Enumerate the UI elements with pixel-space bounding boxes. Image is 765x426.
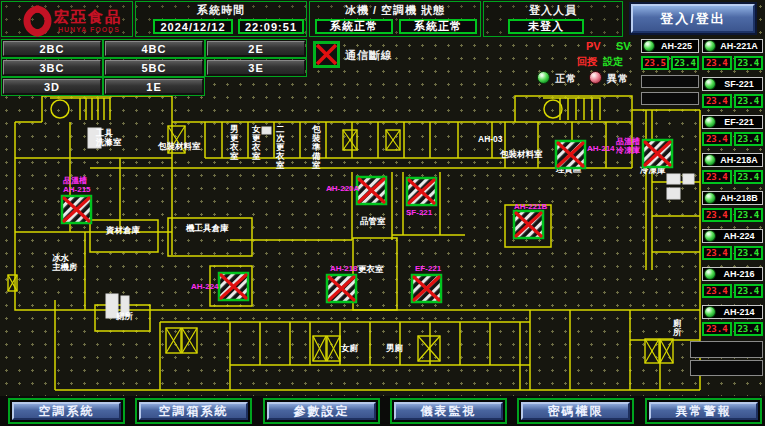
- floor-button-cell: 1E: [103, 77, 205, 96]
- equipment-offline-box[interactable]: AH-218: [327, 264, 358, 302]
- unit-row-AH-216[interactable]: AH-216: [702, 267, 763, 281]
- svg-text:冰水主機房: 冰水主機房: [52, 253, 78, 272]
- floor-button-3E[interactable]: 3E: [207, 60, 305, 75]
- footer-button-3[interactable]: 參數設定: [267, 402, 376, 420]
- svg-text:男更衣室: 男更衣室: [229, 124, 239, 161]
- unit-name-label: AH-214: [716, 307, 762, 317]
- unit-row-EF-221[interactable]: EF-221: [702, 115, 763, 129]
- unit-name-label: AH-224: [716, 231, 762, 241]
- abnormal-led-icon: [589, 71, 602, 84]
- floor-button-3BC[interactable]: 3BC: [3, 60, 101, 75]
- room-label: AH-03: [478, 134, 503, 144]
- login-label: 登入人員: [484, 3, 622, 18]
- stair-icon: [418, 336, 440, 361]
- comm-loss-legend: 通信斷線: [313, 41, 433, 69]
- unit-row-AH-218A[interactable]: AH-218A: [702, 153, 763, 167]
- room-label: 機工具倉庫: [185, 223, 229, 233]
- floor-button-cell: 2E: [205, 39, 307, 58]
- room-label: 包裝材料室: [157, 141, 201, 151]
- footer-button-4[interactable]: 儀表監視: [394, 402, 503, 420]
- unit-normal-led-icon: [704, 192, 716, 204]
- footer-bar: 空調系統空調箱系統參數設定儀表監視密碼權限異常警報: [0, 396, 765, 426]
- room-label: 男廁: [385, 343, 404, 353]
- footer-button-1[interactable]: 空調系統: [12, 402, 121, 420]
- system-date-value: 2024/12/12: [153, 19, 233, 34]
- equipment-label: AH-214: [587, 144, 615, 153]
- unit-row-AH-225[interactable]: AH-225: [641, 39, 699, 53]
- svg-text:更衣室: 更衣室: [358, 264, 384, 274]
- svg-text:資材倉庫: 資材倉庫: [105, 225, 141, 235]
- equipment-offline-box[interactable]: AH-221B: [514, 202, 548, 238]
- stair-icon: [343, 130, 357, 150]
- stair-icon: [386, 130, 400, 150]
- svg-text:二次更衣室: 二次更衣室: [275, 124, 285, 170]
- equipment-offline-box[interactable]: AH-224: [191, 273, 248, 300]
- equipment-label: AH-220A: [326, 184, 360, 193]
- svg-text:包裝準備室: 包裝準備室: [311, 124, 321, 170]
- unit-row-AH-221A[interactable]: AH-221A: [702, 39, 763, 53]
- footer-button-2[interactable]: 空調箱系統: [139, 402, 248, 420]
- svg-text:品管室: 品管室: [360, 216, 386, 226]
- svg-text:女更衣室: 女更衣室: [251, 124, 261, 161]
- floor-button-5BC[interactable]: 5BC: [105, 60, 203, 75]
- footer-button-5[interactable]: 密碼權限: [521, 402, 630, 420]
- equipment-label: EF-221: [415, 264, 442, 273]
- equipment-offline-box[interactable]: SF-221: [406, 178, 436, 217]
- unit-name-label: SF-221: [716, 79, 762, 89]
- abnormal-label: 異常: [607, 72, 629, 86]
- svg-text:機工具倉庫: 機工具倉庫: [185, 223, 229, 233]
- header-bar: 宏亞食品 HUNYA FOODS 系統時間 2024/12/12 22:09:5…: [0, 0, 765, 38]
- stair-icon: [313, 336, 326, 361]
- footer-button-frame: 空調箱系統: [135, 398, 252, 424]
- unit-normal-led-icon: [704, 116, 716, 128]
- floor-button-2BC[interactable]: 2BC: [3, 41, 101, 56]
- pv-sub-label: 回授: [577, 55, 597, 69]
- stair-icon: [660, 339, 673, 363]
- svg-text:廁所: 廁所: [115, 311, 134, 321]
- svg-text:AH-03: AH-03: [478, 134, 503, 144]
- unit-name-label: AH-218A: [716, 155, 762, 165]
- floor-button-cell: 2BC: [1, 39, 103, 58]
- unit-normal-led-icon: [704, 78, 716, 90]
- footer-button-frame: 儀表監視: [390, 398, 507, 424]
- unit-normal-led-icon: [704, 154, 716, 166]
- system-time-panel: 系統時間 2024/12/12 22:09:51: [135, 1, 307, 37]
- footer-button-6[interactable]: 異常警報: [649, 402, 758, 420]
- unit-normal-led-icon: [643, 40, 655, 52]
- system-time-label: 系統時間: [136, 3, 306, 18]
- floor-button-2E[interactable]: 2E: [207, 41, 305, 56]
- equipment-offline-box[interactable]: EF-221: [412, 264, 442, 302]
- svg-text:工具洗滌室: 工具洗滌室: [95, 128, 122, 147]
- floor-button-3D[interactable]: 3D: [3, 79, 101, 94]
- unit-normal-led-icon: [704, 40, 716, 52]
- floor-button-4BC[interactable]: 4BC: [105, 41, 203, 56]
- unit-row-AH-224[interactable]: AH-224: [702, 229, 763, 243]
- footer-button-frame: 參數設定: [263, 398, 380, 424]
- equipment-label: 品溫槽冷凍庫: [616, 137, 640, 155]
- footer-button-frame: 異常警報: [645, 398, 762, 424]
- equipment-offline-box[interactable]: 品溫槽冷凍庫: [616, 137, 672, 167]
- machine-status-label: 冰機 / 空調機 狀態: [310, 3, 480, 18]
- footer-button-frame: 密碼權限: [517, 398, 634, 424]
- unit-row-AH-218B[interactable]: AH-218B: [702, 191, 763, 205]
- comm-loss-label: 通信斷線: [345, 48, 393, 63]
- stair-icon: [166, 328, 181, 353]
- unit-name-label: EF-221: [716, 117, 762, 127]
- room-label: 冰水主機房: [52, 253, 78, 272]
- machine-status-panel: 冰機 / 空調機 狀態 系統正常 系統正常: [309, 1, 481, 37]
- room-label: 工具洗滌室: [95, 128, 122, 147]
- room-label: 包裝準備室: [311, 124, 321, 170]
- equipment-offline-box[interactable]: 品溫槽AH-215: [62, 176, 91, 223]
- floor-button-1E[interactable]: 1E: [105, 79, 203, 94]
- unit-row-AH-214[interactable]: AH-214: [702, 305, 763, 319]
- equipment-label: AH-218: [330, 264, 358, 273]
- brand-subtitle: HUNYA FOODS: [58, 26, 120, 33]
- unit-normal-led-icon: [704, 230, 716, 242]
- svg-text:廁所: 廁所: [672, 318, 682, 337]
- scada-screen: { "header": { "brand": {"name": "宏亞食品", …: [0, 0, 765, 426]
- chiller-status-value: 系統正常: [315, 19, 393, 34]
- equipment-offline-box[interactable]: AH-220A: [326, 177, 386, 204]
- unit-row-SF-221[interactable]: SF-221: [702, 77, 763, 91]
- login-logout-button[interactable]: 登入/登出: [631, 4, 755, 33]
- stair-icon: [182, 328, 197, 353]
